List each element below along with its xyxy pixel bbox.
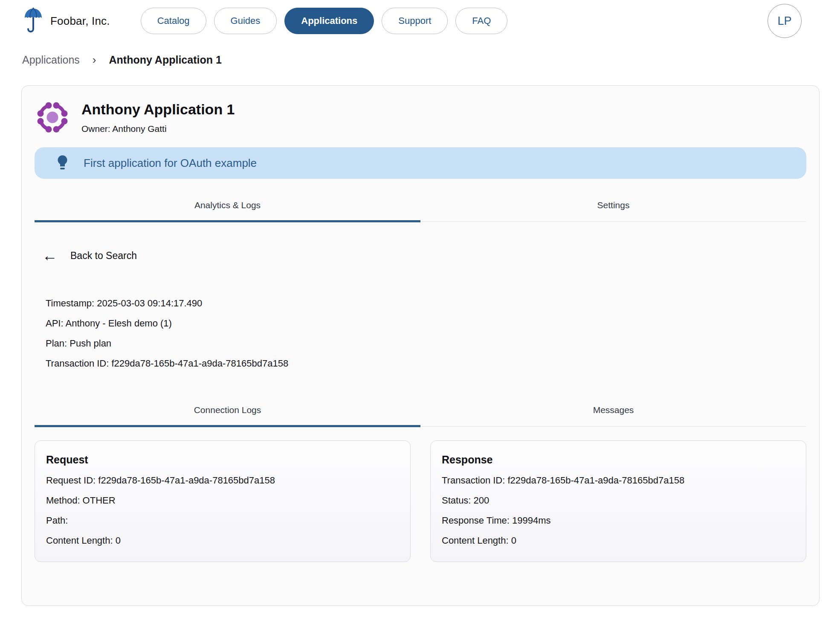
tab-messages[interactable]: Messages xyxy=(420,400,806,426)
nav-item-catalog[interactable]: Catalog xyxy=(141,8,206,34)
breadcrumb: Applications › Anthony Application 1 xyxy=(0,51,840,68)
brand-name: Foobar, Inc. xyxy=(50,15,110,28)
application-title-block: Anthony Application 1 Owner: Anthony Gat… xyxy=(81,100,235,134)
log-plan: Plan: Push plan xyxy=(46,338,806,349)
log-panels: Request Request ID: f229da78-165b-47a1-a… xyxy=(35,440,806,562)
request-panel: Request Request ID: f229da78-165b-47a1-a… xyxy=(35,440,411,562)
response-time: Response Time: 19994ms xyxy=(442,515,795,526)
nav-item-applications[interactable]: Applications xyxy=(284,8,374,34)
request-content-length: Content Length: 0 xyxy=(46,535,399,546)
chevron-right-icon: › xyxy=(93,53,96,67)
request-method: Method: OTHER xyxy=(46,495,399,506)
log-transaction-id: Transaction ID: f229da78-165b-47a1-a9da-… xyxy=(46,358,806,369)
info-banner: First application for OAuth example xyxy=(35,147,806,179)
log-timestamp: Timestamp: 2025-03-03 09:14:17.490 xyxy=(46,298,806,309)
umbrella-logo-icon xyxy=(24,8,43,34)
request-panel-title: Request xyxy=(46,454,399,466)
response-panel-title: Response xyxy=(442,454,795,466)
nav-item-support[interactable]: Support xyxy=(382,8,448,34)
application-identicon-icon xyxy=(35,100,70,134)
breadcrumb-current-page: Anthony Application 1 xyxy=(109,54,221,66)
request-id: Request ID: f229da78-165b-47a1-a9da-7816… xyxy=(46,475,399,486)
nav-item-faq[interactable]: FAQ xyxy=(455,8,507,34)
application-header: Anthony Application 1 Owner: Anthony Gat… xyxy=(35,100,806,134)
user-avatar[interactable]: LP xyxy=(768,4,802,38)
response-panel: Response Transaction ID: f229da78-165b-4… xyxy=(430,440,806,562)
lightbulb-icon xyxy=(57,155,68,171)
request-path: Path: xyxy=(46,515,399,526)
response-transaction-id: Transaction ID: f229da78-165b-47a1-a9da-… xyxy=(442,475,795,486)
tab-connection-logs[interactable]: Connection Logs xyxy=(35,400,420,426)
log-tab-bar: Connection Logs Messages xyxy=(35,400,806,427)
info-banner-text: First application for OAuth example xyxy=(84,157,257,170)
main-nav: Catalog Guides Applications Support FAQ xyxy=(141,8,508,34)
brand[interactable]: Foobar, Inc. xyxy=(24,8,110,34)
back-to-search-link[interactable]: ← Back to Search xyxy=(42,249,137,262)
back-to-search-label: Back to Search xyxy=(70,250,137,262)
response-content-length: Content Length: 0 xyxy=(442,535,795,546)
application-card: Anthony Application 1 Owner: Anthony Gat… xyxy=(21,85,820,606)
nav-item-guides[interactable]: Guides xyxy=(214,8,277,34)
page-title: Anthony Application 1 xyxy=(81,101,235,118)
log-api: API: Anthony - Elesh demo (1) xyxy=(46,318,806,329)
main-tab-bar: Analytics & Logs Settings xyxy=(35,195,806,222)
tab-analytics-logs[interactable]: Analytics & Logs xyxy=(35,195,420,221)
application-owner: Owner: Anthony Gatti xyxy=(81,124,235,134)
breadcrumb-applications-link[interactable]: Applications xyxy=(22,54,80,66)
top-navigation-bar: Foobar, Inc. Catalog Guides Applications… xyxy=(0,0,840,42)
tab-settings[interactable]: Settings xyxy=(420,195,806,221)
log-details: Timestamp: 2025-03-03 09:14:17.490 API: … xyxy=(46,298,806,369)
back-arrow-icon: ← xyxy=(42,249,58,262)
response-status: Status: 200 xyxy=(442,495,795,506)
